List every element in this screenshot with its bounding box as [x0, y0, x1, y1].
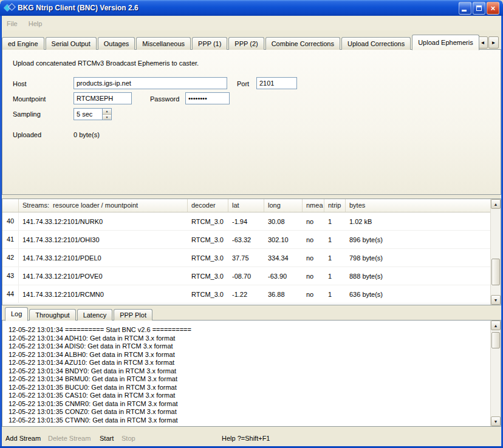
- header-decoder[interactable]: decoder: [188, 199, 228, 212]
- header-ntrip[interactable]: ntrip: [324, 199, 346, 212]
- scroll-up-icon[interactable]: ▲: [491, 199, 501, 209]
- row-number: 44: [2, 285, 19, 303]
- window-border-left: [0, 12, 2, 448]
- password-label: Password: [150, 93, 179, 105]
- spin-up-button[interactable]: ▲: [103, 109, 111, 115]
- tab-combine-corrections[interactable]: Combine Corrections: [265, 37, 340, 50]
- close-icon: ×: [491, 4, 496, 12]
- ntrip-cell: 1: [324, 273, 346, 280]
- stop-button[interactable]: Stop: [121, 431, 135, 446]
- host-label: Host: [13, 78, 27, 90]
- scrollbar-thumb[interactable]: [491, 332, 500, 348]
- menubar: File Help: [2, 17, 501, 30]
- sampling-value: 5 sec: [74, 109, 102, 120]
- tab-ppp-2[interactable]: PPP (2): [228, 37, 264, 50]
- log-scrollbar[interactable]: ▲ ▼: [490, 321, 501, 426]
- scroll-down-icon[interactable]: ▼: [491, 416, 501, 426]
- scrollbar-thumb[interactable]: [491, 259, 500, 285]
- lat-cell: -1.94: [228, 218, 264, 225]
- menu-file[interactable]: File: [7, 20, 18, 27]
- tab-miscellaneous[interactable]: Miscellaneous: [136, 37, 191, 50]
- config-tabbar: ed Engine Serial Output Outages Miscella…: [2, 33, 501, 50]
- window-title: BKG Ntrip Client (BNC) Version 2.6: [18, 4, 459, 12]
- tab-outages[interactable]: Outages: [98, 37, 135, 50]
- uploaded-value: 0 byte(s): [74, 129, 100, 141]
- tab-ppp-plot[interactable]: PPP Plot: [114, 309, 152, 321]
- scroll-up-icon[interactable]: ▲: [491, 321, 501, 330]
- tab-feed-engine[interactable]: ed Engine: [2, 37, 44, 50]
- ntrip-cell: 1: [324, 254, 346, 262]
- header-nmea[interactable]: nmea: [303, 199, 324, 212]
- tab-log[interactable]: Log: [5, 307, 28, 321]
- close-button[interactable]: ×: [487, 2, 499, 15]
- table-row[interactable]: 44 141.74.33.12:2101/RCMN0 RTCM_3.0 -1.2…: [2, 285, 490, 304]
- log-line: 12-05-22 13:01:35 CAS10: Get data in RTC…: [9, 392, 488, 400]
- tab-serial-output[interactable]: Serial Output: [46, 37, 97, 50]
- upload-ephemeris-panel: Upload concatenated RTCMv3 Broadcast Eph…: [2, 49, 501, 195]
- uploaded-label: Uploaded: [13, 129, 41, 141]
- stream-cell: 141.74.33.12:2101/OHI30: [19, 236, 188, 243]
- streams-table-header: Streams: resource loader / mountpoint de…: [2, 199, 490, 212]
- bytes-cell: 896 byte(s): [346, 236, 490, 243]
- header-bytes[interactable]: bytes: [346, 199, 490, 212]
- tab-ppp-1[interactable]: PPP (1): [192, 37, 227, 50]
- stream-cell: 141.74.33.12:2101/RCMN0: [19, 291, 188, 298]
- log-line: 12-05-22 13:01:34 BNDY0: Get data in RTC…: [9, 367, 488, 376]
- log-panel[interactable]: 12-05-22 13:01:34 ========== Start BNC v…: [2, 320, 501, 427]
- maximize-button[interactable]: [473, 2, 485, 15]
- sampling-spinbox[interactable]: 5 sec ▲ ▼: [74, 108, 112, 120]
- start-button[interactable]: Start: [100, 431, 114, 446]
- log-line: 12-05-22 13:01:34 ========== Start BNC v…: [9, 326, 488, 334]
- minimize-icon: [462, 10, 467, 12]
- tab-throughput[interactable]: Throughput: [29, 309, 75, 321]
- long-cell: 334.34: [264, 254, 303, 262]
- maximize-icon: [476, 5, 482, 11]
- tab-upload-corrections[interactable]: Upload Corrections: [341, 37, 411, 50]
- table-row[interactable]: 43 141.74.33.12:2101/POVE0 RTCM_3.0 -08.…: [2, 267, 490, 285]
- delete-stream-button[interactable]: Delete Stream: [48, 431, 91, 446]
- nmea-cell: no: [303, 218, 324, 225]
- password-input[interactable]: [185, 92, 230, 104]
- add-stream-button[interactable]: Add Stream: [5, 431, 41, 446]
- statusbar: Add Stream Delete Stream Start Stop Help…: [2, 431, 501, 446]
- port-input[interactable]: [256, 77, 297, 89]
- long-cell: 30.08: [264, 218, 303, 225]
- chevron-up-icon: ▲: [106, 109, 109, 113]
- header-streams[interactable]: Streams: resource loader / mountpoint: [19, 199, 188, 212]
- table-row[interactable]: 41 141.74.33.12:2101/OHI30 RTCM_3.0 -63.…: [2, 231, 490, 249]
- decoder-cell: RTCM_3.0: [188, 236, 228, 243]
- bytes-cell: 888 byte(s): [346, 273, 490, 280]
- table-row[interactable]: 40 141.74.33.12:2101/NURK0 RTCM_3.0 -1.9…: [2, 212, 490, 231]
- menu-help[interactable]: Help: [29, 20, 43, 27]
- mountpoint-input[interactable]: [74, 92, 132, 104]
- header-lat[interactable]: lat: [228, 199, 264, 212]
- tab-scroll-right-icon[interactable]: ►: [488, 36, 499, 49]
- log-line: 12-05-22 13:01:35 BUCU0: Get data in RTC…: [9, 384, 488, 392]
- host-input[interactable]: [74, 77, 227, 89]
- row-number: 40: [2, 212, 19, 230]
- app-icon: [4, 2, 15, 13]
- log-line: 12-05-22 13:01:35 CNMR0: Get data in RTC…: [9, 400, 488, 409]
- header-long[interactable]: long: [264, 199, 303, 212]
- tab-upload-ephemeris[interactable]: Upload Ephemeris: [412, 35, 479, 50]
- tab-latency[interactable]: Latency: [77, 309, 113, 321]
- sampling-label: Sampling: [13, 108, 41, 120]
- lat-cell: -08.70: [228, 273, 264, 280]
- scroll-down-icon[interactable]: ▼: [491, 295, 501, 305]
- titlebar[interactable]: BKG Ntrip Client (BNC) Version 2.6 ×: [0, 0, 503, 16]
- stream-cell: 141.74.33.12:2101/NURK0: [19, 218, 188, 225]
- ntrip-cell: 1: [324, 236, 346, 243]
- app-window: BKG Ntrip Client (BNC) Version 2.6 × Fil…: [0, 0, 503, 448]
- panel-description: Upload concatenated RTCMv3 Broadcast Eph…: [13, 59, 199, 67]
- header-row-number: [2, 199, 19, 212]
- log-line: 12-05-22 13:01:35 CONZ0: Get data in RTC…: [9, 408, 488, 416]
- minimize-button[interactable]: [459, 2, 471, 15]
- bytes-cell: 1.02 kB: [346, 218, 490, 225]
- window-controls: ×: [459, 2, 499, 15]
- nmea-cell: no: [303, 273, 324, 280]
- streams-scrollbar[interactable]: ▲ ▼: [490, 199, 501, 305]
- spin-down-button[interactable]: ▼: [103, 115, 111, 120]
- log-line: 12-05-22 13:01:35 CTWN0: Get data in RTC…: [9, 416, 488, 425]
- table-row[interactable]: 42 141.74.33.12:2101/PDEL0 RTCM_3.0 37.7…: [2, 249, 490, 267]
- log-line: 12-05-22 13:01:34 ADIS0: Get data in RTC…: [9, 342, 488, 351]
